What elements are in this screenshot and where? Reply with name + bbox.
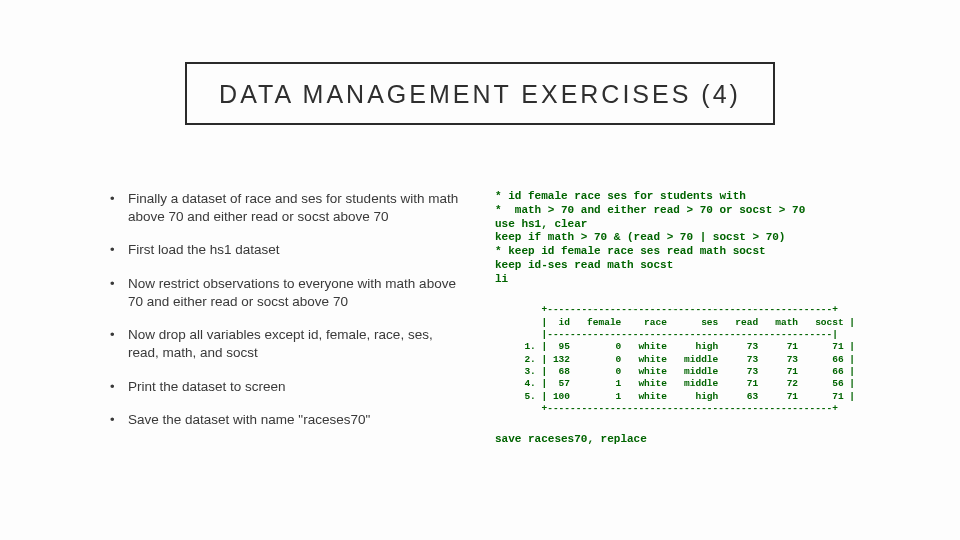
table-row: 4. | 57 1 white middle 71 72 56 | — [513, 378, 855, 389]
table-row: 3. | 68 0 white middle 73 71 66 | — [513, 366, 855, 377]
output-table: +---------------------------------------… — [513, 304, 940, 415]
right-column: * id female race ses for students with *… — [480, 190, 960, 447]
table-header: | id female race ses read math socst | — [513, 317, 855, 328]
code-line: li — [495, 273, 508, 285]
slide-title: DATA MANAGEMENT EXERCISES (4) — [197, 80, 763, 109]
bullet-item: Save the dataset with name "raceses70" — [110, 411, 460, 429]
code-line: keep if math > 70 & (read > 70 | socst >… — [495, 231, 785, 243]
code-line: keep id-ses read math socst — [495, 259, 673, 271]
table-row: 1. | 95 0 white high 73 71 71 | — [513, 341, 855, 352]
table-border: +---------------------------------------… — [513, 403, 838, 414]
code-line: use hs1, clear — [495, 218, 587, 230]
bullet-item: First load the hs1 dataset — [110, 241, 460, 259]
bullet-item: Finally a dataset of race and ses for st… — [110, 190, 460, 226]
code-line: * math > 70 and either read > 70 or socs… — [495, 204, 805, 216]
code-line: * id female race ses for students with — [495, 190, 746, 202]
title-box: DATA MANAGEMENT EXERCISES (4) — [185, 62, 775, 125]
bullet-list: Finally a dataset of race and ses for st… — [110, 190, 460, 429]
table-border: +---------------------------------------… — [513, 304, 838, 315]
content-columns: Finally a dataset of race and ses for st… — [0, 190, 960, 447]
left-column: Finally a dataset of race and ses for st… — [0, 190, 480, 447]
code-block: * id female race ses for students with *… — [495, 190, 940, 286]
bullet-item: Now drop all variables except id, female… — [110, 326, 460, 362]
slide: DATA MANAGEMENT EXERCISES (4) Finally a … — [0, 0, 960, 540]
table-sep: |---------------------------------------… — [513, 329, 838, 340]
bullet-item: Print the dataset to screen — [110, 378, 460, 396]
bullet-item: Now restrict observations to everyone wi… — [110, 275, 460, 311]
table-row: 2. | 132 0 white middle 73 73 66 | — [513, 354, 855, 365]
code-line: * keep id female race ses read math socs… — [495, 245, 766, 257]
table-row: 5. | 100 1 white high 63 71 71 | — [513, 391, 855, 402]
save-command: save raceses70, replace — [495, 433, 940, 447]
